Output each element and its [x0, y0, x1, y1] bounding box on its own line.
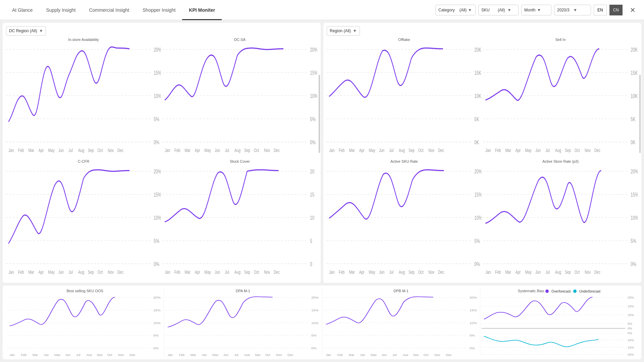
chart-title-offtake: Offtake [398, 38, 410, 42]
chart-svg-c-cfr: 20% 15% 10% 5% 0% Jan Feb Mar Apr May Ju… [6, 164, 161, 280]
svg-text:5K: 5K [631, 116, 635, 122]
svg-text:Apr: Apr [39, 269, 44, 275]
svg-text:15%: 15% [628, 305, 634, 308]
svg-text:Jul: Jul [545, 269, 550, 275]
svg-text:Jun: Jun [381, 353, 386, 356]
chart-wrapper-in-store-availability: 20% 15% 10% 5% 0% Jan Feb Mar Apr [6, 42, 161, 158]
svg-text:Apr: Apr [202, 353, 207, 356]
svg-text:Mar: Mar [348, 353, 354, 356]
lang-en-button[interactable]: EN [594, 5, 607, 15]
svg-text:Mar: Mar [28, 269, 34, 275]
chart-in-store-availability: In-store Availability 20% 15% [6, 38, 161, 158]
svg-text:Mar: Mar [349, 147, 355, 153]
svg-text:Dec: Dec [274, 269, 280, 275]
svg-text:Sep: Sep [88, 147, 94, 153]
region-dropdown[interactable]: Region (All) ▼ [327, 26, 360, 36]
tab-supply-insight[interactable]: Supply Insight [39, 0, 82, 20]
sku-dropdown[interactable]: SKU (All) ▼ [478, 5, 519, 15]
close-button[interactable]: ✕ [627, 4, 639, 16]
chart-wrapper-c-cfr: 20% 15% 10% 5% 0% Jan Feb Mar Apr May Ju… [6, 164, 161, 280]
svg-text:Jul: Jul [68, 147, 73, 153]
svg-text:Feb: Feb [339, 147, 344, 153]
svg-text:Oct: Oct [575, 147, 580, 153]
svg-text:0%: 0% [474, 261, 480, 267]
date-arrow-icon: ▼ [573, 8, 588, 12]
svg-text:Oct: Oct [575, 269, 580, 275]
legend-underforecast-dot [573, 290, 577, 293]
tab-kpi-monitor[interactable]: KPI Moniter [182, 0, 222, 20]
svg-text:Sep: Sep [565, 147, 571, 153]
category-arrow-icon: ▼ [468, 8, 473, 12]
date-value: 2020/3 [557, 8, 572, 12]
svg-text:Jun: Jun [535, 147, 541, 153]
svg-text:5%: 5% [474, 238, 480, 244]
svg-text:Oct: Oct [254, 269, 259, 275]
date-dropdown[interactable]: 2020/3 ▼ [554, 5, 591, 15]
svg-text:Mar: Mar [505, 147, 511, 153]
svg-text:15K: 15K [474, 70, 481, 76]
period-arrow-icon: ▼ [537, 8, 548, 12]
svg-text:20K: 20K [474, 47, 481, 53]
main-layout: DC Region (All) ▼ In-store Availability [0, 20, 644, 362]
svg-text:Feb: Feb [337, 353, 342, 356]
svg-text:20K: 20K [631, 47, 638, 53]
svg-text:10%: 10% [628, 314, 634, 317]
chart-best-selling-sku-oos: Best selling SKU OOS 20% 15% 10% 5% 0% J… [6, 289, 164, 356]
nav-tabs: At Glance Supply Insight Commercial Insi… [5, 0, 435, 20]
svg-text:Jan: Jan [8, 269, 14, 275]
chart-wrapper-offtake: 20K 15K 10K 5K 0K Jan Feb Mar Apr May Ju… [327, 42, 482, 158]
category-dropdown[interactable]: Category (All) ▼ [435, 5, 476, 15]
region-label: Region [330, 29, 342, 33]
svg-text:15%: 15% [311, 309, 319, 312]
right-scrollbar[interactable] [639, 75, 641, 153]
svg-text:15%: 15% [154, 191, 161, 198]
left-scrollbar[interactable] [319, 75, 320, 153]
svg-text:Dec: Dec [117, 147, 123, 153]
svg-text:Jul: Jul [76, 353, 80, 356]
svg-text:Oct: Oct [254, 147, 259, 153]
tab-commercial-insight[interactable]: Commercial Insight [82, 0, 136, 20]
svg-text:Sep: Sep [97, 353, 102, 356]
svg-text:Nov: Nov [108, 269, 114, 275]
svg-text:Feb: Feb [21, 353, 26, 356]
svg-text:Aug: Aug [78, 147, 84, 153]
chart-svg-sell-in: 20K 15K 10K 5K 0K Jan Feb Mar Apr May Ju… [483, 42, 638, 158]
chart-wrapper-active-store-rate: 20% 15% 10% 5% 0% Jan Feb Mar Apr May Ju… [483, 164, 638, 280]
svg-text:Feb: Feb [18, 269, 24, 275]
svg-text:Feb: Feb [174, 147, 180, 153]
svg-text:Jan: Jan [168, 353, 173, 356]
svg-text:0%: 0% [470, 347, 475, 350]
svg-text:Sep: Sep [409, 269, 415, 275]
chart-dc-sa: DC-SA 20% 15% 10% 5% 0% [162, 38, 317, 158]
svg-text:Mar: Mar [184, 147, 191, 153]
svg-text:Nov: Nov [428, 269, 434, 275]
svg-text:15%: 15% [310, 70, 317, 76]
svg-text:0: 0 [310, 261, 312, 267]
period-dropdown[interactable]: Month ▼ [521, 5, 551, 15]
svg-text:10K: 10K [474, 93, 481, 99]
chart-wrapper-sell-in: 20K 15K 10K 5K 0K Jan Feb Mar Apr May Ju… [483, 42, 638, 158]
svg-text:Apr: Apr [39, 147, 44, 153]
dc-region-dropdown[interactable]: DC Region (All) ▼ [6, 26, 46, 36]
region-value: (All) [343, 29, 351, 33]
svg-text:Nov: Nov [434, 353, 440, 356]
dc-region-label: DC Region [9, 29, 29, 33]
lang-cn-button[interactable]: CN [609, 5, 623, 15]
tab-at-glance[interactable]: At Glance [5, 0, 39, 20]
svg-text:15: 15 [310, 191, 314, 198]
svg-text:Mar: Mar [28, 147, 34, 153]
category-value: (All) [460, 8, 467, 12]
region-arrow-icon: ▼ [353, 29, 357, 33]
chart-wrapper-best-selling-sku-oos: 20% 15% 10% 5% 0% Jan Feb Mar Apr May Ju… [7, 294, 162, 356]
svg-text:Aug: Aug [555, 147, 561, 153]
svg-text:May: May [205, 147, 211, 153]
chart-stock-cover: Stock Cover 20 15 10 5 0 [162, 159, 317, 280]
svg-text:Jun: Jun [379, 269, 384, 275]
svg-text:10%: 10% [470, 321, 477, 324]
svg-text:Mar: Mar [505, 269, 511, 275]
svg-text:Feb: Feb [495, 147, 501, 153]
svg-text:Jun: Jun [58, 147, 64, 153]
period-value: Month [524, 8, 536, 12]
right-panel: Region (All) ▼ Offtake [323, 23, 641, 283]
tab-shopper-insight[interactable]: Shopper Insight [136, 0, 182, 20]
